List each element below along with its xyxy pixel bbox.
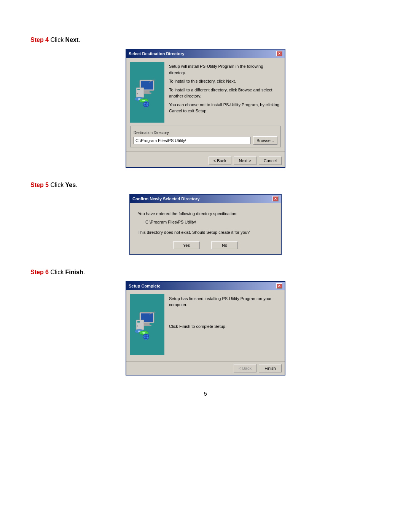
confirm-dialog: Confirm Newly Selected Directory ✕ You h… xyxy=(129,194,282,255)
step5-action: Click Yes. xyxy=(50,182,77,188)
confirm-dir-path: C:\Program Files\PS Utility\ xyxy=(138,219,273,226)
select-dest-title: Select Destination Directory xyxy=(129,51,185,56)
step6-number: Step 6 xyxy=(30,269,49,275)
setup-close-button[interactable]: ✕ xyxy=(276,283,282,289)
dialog-separator-2 xyxy=(126,359,285,359)
dest-dir-input[interactable] xyxy=(134,137,251,144)
dest-dir-row: Browse... xyxy=(134,136,277,145)
confirm-line1: You have entered the following directory… xyxy=(138,211,273,217)
select-dest-dialog: Select Destination Directory ✕ xyxy=(126,49,285,168)
select-dest-footer: < Back Next > Cancel xyxy=(126,154,285,167)
step5-number: Step 5 xyxy=(30,182,49,188)
select-dest-body: Setup will install PS-Utility Program in… xyxy=(126,58,285,151)
confirm-dialog-wrapper: Confirm Newly Selected Directory ✕ You h… xyxy=(30,194,381,255)
close-button[interactable]: ✕ xyxy=(276,51,282,56)
no-button[interactable]: No xyxy=(211,241,238,249)
step6-action: Click Finish. xyxy=(50,269,85,275)
select-dest-dialog-wrapper: Select Destination Directory ✕ xyxy=(30,49,381,168)
back-button[interactable]: < Back xyxy=(209,157,231,165)
computer-illustration xyxy=(134,77,161,107)
yes-button[interactable]: Yes xyxy=(173,241,200,249)
setup-complete-body: Setup has finished installing PS-Utility… xyxy=(126,290,285,359)
setup-complete-dialog-wrapper: Setup Complete ✕ xyxy=(30,281,381,375)
svg-rect-2 xyxy=(144,91,150,93)
confirm-title: Confirm Newly Selected Directory xyxy=(132,197,200,201)
setup-complete-title: Setup Complete xyxy=(129,284,161,288)
confirm-line2: This directory does not exist. Should Se… xyxy=(138,229,273,236)
confirm-buttons: Yes No xyxy=(138,241,273,249)
dest-line2: To install to this directory, click Next… xyxy=(169,78,280,85)
svg-rect-21 xyxy=(137,321,140,323)
confirm-close-button[interactable]: ✕ xyxy=(272,196,279,201)
select-dest-titlebar: Select Destination Directory ✕ xyxy=(126,50,285,58)
confirm-body: You have entered the following directory… xyxy=(130,203,281,254)
finish-button[interactable]: Finish xyxy=(259,364,282,372)
select-dest-text: Setup will install PS-Utility Program in… xyxy=(168,62,281,123)
titlebar-buttons: ✕ xyxy=(276,51,282,56)
browse-button[interactable]: Browse... xyxy=(253,136,277,145)
setup-complete-dialog: Setup Complete ✕ xyxy=(126,281,285,375)
setup-complete-titlebar: Setup Complete ✕ xyxy=(126,282,285,290)
page-number: 5 xyxy=(30,391,381,397)
step6-label: Step 6 Click Finish. xyxy=(30,269,381,276)
step4-number: Step 4 xyxy=(30,37,49,43)
svg-point-26 xyxy=(142,332,145,334)
dest-line1: Setup will install PS-Utility Program in… xyxy=(169,63,280,76)
dest-line3: To install to a different directory, cli… xyxy=(169,87,280,99)
setup-complete-line2: Click Finish to complete Setup. xyxy=(169,323,280,330)
step4-label: Step 4 Click Next. xyxy=(30,37,381,43)
step4-action: Click Next. xyxy=(50,37,80,43)
install-image-panel xyxy=(130,62,164,123)
next-button[interactable]: Next > xyxy=(234,157,256,165)
setup-complete-content: Setup has finished installing PS-Utility… xyxy=(130,294,281,355)
svg-rect-18 xyxy=(144,323,150,325)
setup-complete-text: Setup has finished installing PS-Utility… xyxy=(168,294,281,355)
svg-rect-5 xyxy=(137,89,140,90)
svg-point-22 xyxy=(137,325,138,326)
dest-dir-inner: Destination Directory Browse... xyxy=(134,131,277,145)
setup-computer-illustration xyxy=(134,309,161,340)
step5-label: Step 5 Click Yes. xyxy=(30,182,381,189)
confirm-titlebar-buttons: ✕ xyxy=(272,196,279,201)
svg-point-6 xyxy=(137,93,138,94)
setup-complete-titlebar-buttons: ✕ xyxy=(276,283,282,289)
cancel-button[interactable]: Cancel xyxy=(259,157,282,165)
svg-point-10 xyxy=(142,100,145,101)
dest-dir-group: Destination Directory Browse... xyxy=(130,126,281,147)
dest-line4: You can choose not to install PS-Utility… xyxy=(169,102,280,114)
confirm-titlebar: Confirm Newly Selected Directory ✕ xyxy=(130,195,281,203)
dest-dir-label: Destination Directory xyxy=(134,131,277,135)
setup-image-panel xyxy=(130,294,164,355)
setup-complete-footer: < Back Finish xyxy=(126,361,285,375)
setup-back-button[interactable]: < Back xyxy=(234,364,256,372)
setup-complete-line1: Setup has finished installing PS-Utility… xyxy=(169,296,280,308)
dialog-separator-1 xyxy=(126,151,285,152)
select-dest-content: Setup will install PS-Utility Program in… xyxy=(130,62,281,123)
